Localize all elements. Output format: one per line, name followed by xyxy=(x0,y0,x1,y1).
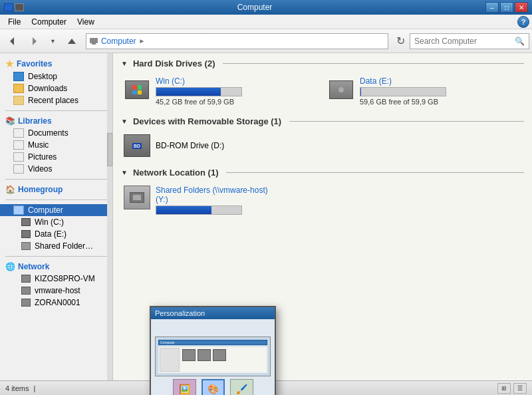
sidebar-scrollbar[interactable] xyxy=(107,53,112,380)
network-collapse-arrow[interactable]: ▼ xyxy=(121,169,128,176)
data-e-drive-icon xyxy=(328,76,354,103)
popup-icon-2[interactable]: 🎨 xyxy=(201,379,225,396)
menu-bar: File Computer View ? xyxy=(0,15,532,29)
libraries-section: 📚 Libraries Documents Music Pictures Vid… xyxy=(0,115,112,175)
shared-folders-item[interactable]: Shared Folders (\\vmware-host) (Y:) xyxy=(121,183,524,219)
search-icon: 🔍 xyxy=(515,37,525,46)
win-c-drive-icon xyxy=(124,76,150,103)
sidebar-item-downloads[interactable]: Downloads xyxy=(0,82,112,94)
desktop-icon xyxy=(13,72,24,81)
homegroup-section: 🏠 Homegroup xyxy=(0,184,112,196)
sidebar-downloads-label: Downloads xyxy=(28,84,67,93)
divider-1 xyxy=(5,110,107,111)
popup-body: Computer 🖼️ xyxy=(151,319,275,395)
address-arrow: ► xyxy=(139,37,146,45)
view-details-button[interactable]: ☰ xyxy=(513,383,527,394)
popup-icon-3[interactable]: 🖌️ xyxy=(230,379,253,396)
menu-file[interactable]: File xyxy=(3,16,26,28)
favorites-header[interactable]: ★ Favorites xyxy=(0,57,112,70)
window-controls: – □ ✕ xyxy=(485,2,528,13)
drive-data-e[interactable]: Data (E:) 59,6 GB free of 59,9 GB xyxy=(325,74,524,108)
popup-icon-1[interactable]: 🖼️ xyxy=(173,379,196,396)
drives-grid: Win (C:) 45,2 GB free of 59,9 GB Data (E… xyxy=(121,74,524,108)
data-e-bar-fill xyxy=(360,88,361,96)
win-c-icon xyxy=(21,218,31,226)
sidebar-sub-data-e[interactable]: Data (E:) xyxy=(0,228,112,240)
kizos-icon xyxy=(21,275,31,283)
sidebar-item-recent[interactable]: Recent places xyxy=(0,94,112,106)
bd-rom-item[interactable]: BD BD-ROM Drive (D:) xyxy=(121,132,524,160)
win-c-space: 45,2 GB free of 59,9 GB xyxy=(156,98,317,106)
libraries-label: Libraries xyxy=(18,116,52,126)
sidebar-item-computer[interactable]: Computer xyxy=(0,204,112,216)
network-header[interactable]: 🌐 Network xyxy=(0,261,112,273)
search-input[interactable] xyxy=(414,37,515,46)
drive-win-c[interactable]: Win (C:) 45,2 GB free of 59,9 GB xyxy=(121,74,320,108)
search-bar[interactable]: 🔍 xyxy=(410,33,529,49)
shared-folders-name: Shared Folders (\\vmware-host) (Y:) xyxy=(156,186,521,204)
sidebar-item-desktop[interactable]: Desktop xyxy=(0,70,112,82)
help-button[interactable]: ? xyxy=(517,16,529,28)
music-icon xyxy=(13,140,24,150)
sidebar-item-documents[interactable]: Documents xyxy=(0,127,112,139)
documents-icon xyxy=(13,128,24,138)
app-icon xyxy=(4,3,24,11)
sidebar: ★ Favorites Desktop Downloads Recent pla… xyxy=(0,53,113,380)
sidebar-item-pictures[interactable]: Pictures xyxy=(0,151,112,163)
shared-folders-icon xyxy=(124,186,150,209)
view-large-icons-button[interactable]: ⊞ xyxy=(497,383,511,394)
data-e-space: 59,6 GB free of 59,9 GB xyxy=(360,98,521,106)
up-button[interactable] xyxy=(62,32,82,51)
hdd-collapse-arrow[interactable]: ▼ xyxy=(121,60,128,67)
refresh-button[interactable]: ↻ xyxy=(392,33,408,49)
address-bar[interactable]: Computer ► xyxy=(86,33,388,49)
minimize-button[interactable]: – xyxy=(485,2,499,13)
forward-button[interactable] xyxy=(24,32,44,51)
bd-label: BD xyxy=(132,143,142,149)
hard-disk-section-header: ▼ Hard Disk Drives (2) xyxy=(121,59,524,68)
pictures-icon xyxy=(13,152,24,162)
status-items-count: 4 items | xyxy=(5,384,38,392)
sidebar-network-zoran[interactable]: ZORAN0001 xyxy=(0,297,112,309)
downloads-icon xyxy=(13,84,24,93)
homegroup-icon: 🏠 xyxy=(5,185,15,194)
sidebar-scroll-handle[interactable] xyxy=(107,133,112,166)
forward-icon xyxy=(29,36,39,47)
close-button[interactable]: ✕ xyxy=(515,2,528,13)
libraries-header[interactable]: 📚 Libraries xyxy=(0,115,112,127)
network-label: Network xyxy=(18,262,49,271)
removable-collapse-arrow[interactable]: ▼ xyxy=(121,118,128,125)
items-label: 4 items xyxy=(5,384,29,392)
shared-bar-bg xyxy=(156,205,242,215)
sidebar-sub-win-c[interactable]: Win (C:) xyxy=(0,216,112,228)
computer-label: Computer xyxy=(28,205,63,215)
videos-icon xyxy=(13,164,24,174)
back-button[interactable] xyxy=(3,32,23,51)
sidebar-sub-shared[interactable]: Shared Folders (\\vmw... xyxy=(0,240,112,252)
data-e-bar-bg xyxy=(360,87,446,96)
divider-2 xyxy=(5,179,107,180)
win-c-name: Win (C:) xyxy=(156,76,317,86)
zoran-icon xyxy=(21,299,31,307)
menu-view[interactable]: View xyxy=(72,16,100,28)
divider-4 xyxy=(5,256,107,257)
data-e-name: Data (E:) xyxy=(360,76,521,86)
popup-icons-row: 🖼️ 🎨 🖌️ xyxy=(173,379,253,396)
sidebar-item-videos[interactable]: Videos xyxy=(0,163,112,175)
sidebar-network-kizos[interactable]: KIZOS8PRO-VM xyxy=(0,273,112,285)
sidebar-desktop-label: Desktop xyxy=(28,72,57,81)
sidebar-item-music[interactable]: Music xyxy=(0,139,112,151)
homegroup-label: Homegroup xyxy=(18,185,63,194)
dropdown-button[interactable]: ▼ xyxy=(45,32,61,51)
homegroup-header[interactable]: 🏠 Homegroup xyxy=(0,184,112,196)
removable-section-header: ▼ Devices with Removable Storage (1) xyxy=(121,116,524,126)
sidebar-network-vmware[interactable]: vmware-host xyxy=(0,285,112,297)
menu-computer[interactable]: Computer xyxy=(26,16,72,28)
window-title: Computer xyxy=(24,3,485,12)
divider-3 xyxy=(5,199,107,200)
main-layout: ★ Favorites Desktop Downloads Recent pla… xyxy=(0,53,532,380)
maximize-button[interactable]: □ xyxy=(500,2,513,13)
windows-logo-icon xyxy=(132,85,142,94)
shared-bar-fill xyxy=(156,206,211,214)
svg-rect-4 xyxy=(92,43,96,45)
